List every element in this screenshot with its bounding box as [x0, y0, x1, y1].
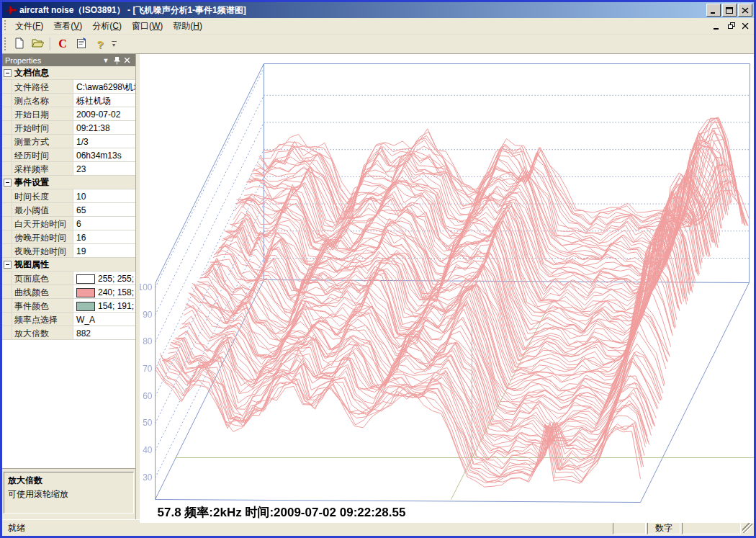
row-indent	[2, 230, 12, 243]
row-indent	[2, 272, 12, 284]
property-value[interactable]: 19	[73, 244, 135, 257]
new-document-icon	[14, 37, 25, 51]
title-bar: aircraft noise（ISO3891） - [飞机噪声分析1-事件1频谱…	[2, 2, 754, 18]
section-header-2[interactable]: 视图属性	[2, 258, 135, 272]
property-row-2-3[interactable]: 频率点选择W_A	[2, 313, 135, 326]
panel-pin-icon[interactable]	[112, 55, 122, 65]
property-value[interactable]: 882	[73, 326, 135, 339]
properties-page-button[interactable]	[73, 36, 90, 52]
property-value[interactable]: 16	[73, 230, 135, 243]
collapse-icon[interactable]	[4, 261, 12, 269]
menu-item-4[interactable]: 帮助(H)	[168, 18, 207, 35]
property-label: 傍晚开始时间	[12, 230, 73, 243]
property-row-0-1[interactable]: 测点名称栎社机场	[2, 94, 135, 107]
property-value-text: C:\awa6298\机场	[76, 81, 135, 94]
property-value[interactable]: W_A	[73, 313, 135, 326]
status-cells: 数字	[611, 521, 741, 534]
property-value-text: 6	[76, 219, 81, 229]
letter-c-button[interactable]: C	[54, 36, 71, 52]
property-row-0-2[interactable]: 开始日期2009-07-02	[2, 107, 135, 121]
row-indent	[2, 162, 12, 175]
property-value[interactable]: 154; 191; 18	[73, 299, 135, 312]
properties-panel-header: Properties ▼	[2, 54, 135, 66]
property-description-text: 可使用滚轮缩放	[8, 488, 130, 501]
section-header-0[interactable]: 文档信息	[2, 66, 135, 80]
property-value[interactable]: 09:21:38	[73, 121, 135, 134]
property-value[interactable]: 6	[73, 217, 135, 230]
property-row-0-4[interactable]: 测量方式1/3	[2, 135, 135, 148]
maximize-button[interactable]	[722, 4, 737, 17]
property-row-0-0[interactable]: 文件路径C:\awa6298\机场	[2, 80, 135, 94]
property-value-text: 10	[76, 192, 86, 202]
open-folder-button[interactable]	[30, 36, 47, 52]
row-indent	[2, 94, 12, 107]
property-row-2-2[interactable]: 事件颜色154; 191; 18	[2, 299, 135, 313]
toolbar-overflow-button[interactable]: ▾	[109, 36, 118, 52]
property-value[interactable]: 65	[73, 203, 135, 216]
property-row-0-5[interactable]: 经历时间06h34m13s	[2, 148, 135, 162]
section-title: 文档信息	[14, 67, 49, 79]
property-value-text: 06h34m13s	[76, 151, 122, 161]
property-value[interactable]: 2009-07-02	[73, 107, 135, 120]
property-row-1-2[interactable]: 白天开始时间6	[2, 217, 135, 230]
menu-grip[interactable]	[4, 20, 7, 31]
row-indent	[2, 148, 12, 161]
row-indent	[2, 326, 12, 339]
properties-grid: 文档信息文件路径C:\awa6298\机场测点名称栎社机场开始日期2009-07…	[2, 66, 135, 469]
resize-grip[interactable]	[742, 523, 752, 533]
color-swatch	[76, 288, 95, 297]
property-row-0-6[interactable]: 采样频率23	[2, 162, 135, 176]
panel-dropdown-icon[interactable]: ▼	[101, 55, 111, 65]
menu-item-3[interactable]: 窗口(W)	[127, 18, 168, 35]
row-indent	[2, 217, 12, 230]
mdi-minimize-button[interactable]	[711, 21, 723, 32]
property-label: 采样频率	[12, 162, 73, 175]
property-value-text: W_A	[76, 315, 95, 325]
property-row-1-1[interactable]: 最小阈值65	[2, 203, 135, 217]
property-value-text: 240; 158; 158	[98, 287, 135, 297]
property-row-2-4[interactable]: 放大倍数882	[2, 326, 135, 340]
new-document-button[interactable]	[11, 36, 28, 52]
open-folder-icon	[32, 37, 45, 50]
close-button[interactable]	[738, 4, 752, 17]
property-value[interactable]: 1/3	[73, 135, 135, 148]
toolbar-grip[interactable]	[4, 37, 7, 50]
property-value[interactable]: 255; 255; 255	[73, 272, 135, 284]
property-value[interactable]: 23	[73, 162, 135, 175]
toolbar: C? ▾	[2, 35, 754, 54]
property-label: 经历时间	[12, 148, 73, 161]
collapse-icon[interactable]	[4, 179, 12, 187]
property-label: 开始日期	[12, 107, 73, 120]
property-row-1-4[interactable]: 夜晚开始时间19	[2, 244, 135, 258]
mdi-close-button[interactable]	[739, 21, 752, 32]
property-label: 白天开始时间	[12, 217, 73, 230]
property-value[interactable]: 10	[73, 189, 135, 202]
minimize-button[interactable]	[706, 4, 721, 17]
property-row-2-0[interactable]: 页面底色255; 255; 255	[2, 272, 135, 285]
property-value[interactable]: 06h34m13s	[73, 148, 135, 161]
property-value-text: 65	[76, 205, 86, 215]
property-value[interactable]: C:\awa6298\机场	[73, 80, 135, 93]
property-row-1-3[interactable]: 傍晚开始时间16	[2, 230, 135, 244]
row-indent	[2, 285, 12, 298]
property-value[interactable]: 240; 158; 158	[73, 285, 135, 298]
property-row-2-1[interactable]: 曲线颜色240; 158; 158	[2, 285, 135, 299]
property-value-text: 154; 191; 18	[98, 301, 135, 311]
row-indent	[2, 244, 12, 257]
row-indent	[2, 107, 12, 120]
collapse-icon[interactable]	[4, 69, 12, 77]
menu-bar: 文件(F)查看(V)分析(C)窗口(W)帮助(H)	[2, 18, 754, 35]
toolbar-separator	[50, 37, 51, 50]
section-header-1[interactable]: 事件设置	[2, 176, 135, 189]
property-value[interactable]: 栎社机场	[73, 94, 135, 107]
spectrogram-3d-plot[interactable]	[140, 54, 755, 523]
menu-item-1[interactable]: 查看(V)	[48, 18, 87, 35]
help-question-button[interactable]: ?	[91, 36, 109, 52]
menu-item-2[interactable]: 分析(C)	[87, 18, 127, 35]
property-row-1-0[interactable]: 时间长度10	[2, 189, 135, 203]
mdi-restore-button[interactable]	[725, 21, 737, 32]
menu-item-0[interactable]: 文件(F)	[10, 18, 48, 35]
property-label: 最小阈值	[12, 203, 73, 216]
property-row-0-3[interactable]: 开始时间09:21:38	[2, 121, 135, 135]
panel-close-icon[interactable]	[122, 55, 132, 65]
